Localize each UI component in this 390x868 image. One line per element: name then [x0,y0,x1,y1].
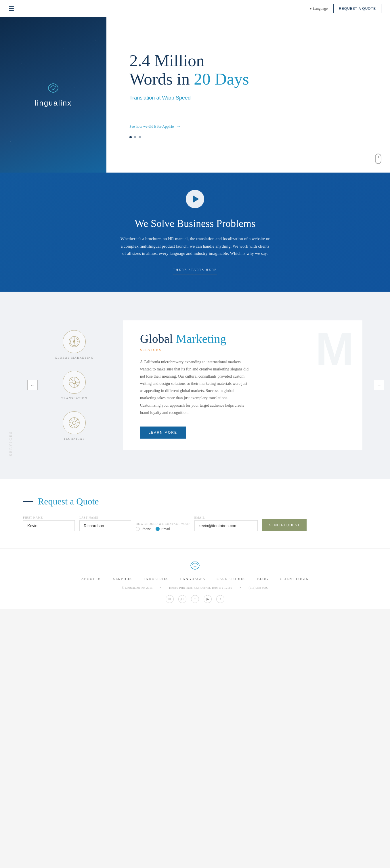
email-field: EMAIL [194,516,258,531]
footer-nav-client-login[interactable]: CLIENT LOGIN [280,577,309,581]
copyright-text: © LinguaLinx Inc. 2015 [122,586,152,589]
scroll-mouse-icon [375,154,381,164]
footer-phone: (518) 388-9000 [248,586,268,589]
carousel-dot-1[interactable] [129,136,132,138]
services-vertical-label: SERVICES [0,315,22,456]
footer-separator-1: • [160,586,161,589]
request-quote-button[interactable]: REQUEST A QUOTE [333,4,381,13]
svg-line-26 [76,419,78,421]
services-divider [111,315,111,456]
services-subtitle: SERVICES [140,348,249,351]
footer-nav-blog[interactable]: BLOG [257,577,268,581]
nav-right-arrow-icon[interactable]: → [374,380,384,390]
footer-nav-about-us[interactable]: ABOUT US [81,577,101,581]
site-header: ☰ ▾ Language REQUEST A QUOTE [0,0,390,17]
email-radio-icon [156,527,160,531]
twitter-icon[interactable]: t [191,595,199,603]
technical-label: TECHNICAL [64,437,85,440]
hero-cta-link[interactable]: See how we did it for Appirio → [129,124,367,129]
header-right: ▾ Language REQUEST A QUOTE [310,4,381,13]
footer-nav-services[interactable]: SERVICES [113,577,133,581]
site-footer: ABOUT US SERVICES INDUSTRIES LANGUAGES C… [0,549,390,609]
footer-logo-icon [189,560,201,570]
quote-dash [23,501,33,502]
hero-section: lingualinx 2.4 Million Words in 20 Days … [0,17,390,173]
googleplus-icon[interactable]: g+ [178,595,186,603]
hero-left-panel: lingualinx [0,17,107,173]
play-button[interactable] [186,190,204,208]
language-label: Language [313,6,328,11]
footer-copyright: © LinguaLinx Inc. 2015 • Hedley Park Pla… [0,586,390,589]
hero-right-panel: 2.4 Million Words in 20 Days Translation… [107,17,390,173]
compass-icon [68,335,81,348]
header-left: ☰ [9,5,14,12]
footer-navigation: ABOUT US SERVICES INDUSTRIES LANGUAGES C… [0,577,390,581]
footer-separator-2: • [240,586,241,589]
services-nav-left[interactable]: ← [22,315,43,456]
service-item-translation[interactable]: TRANSLATION [61,371,87,400]
language-arrow: ▾ [310,6,312,11]
email-input[interactable] [194,520,258,531]
svg-line-17 [70,383,73,386]
hero-carousel-dots [129,136,367,138]
footer-address: Hedley Park Place, 433 River St, Troy, N… [169,586,232,589]
send-request-button[interactable]: SEND REQUEST [262,519,307,531]
footer-nav-case-studies[interactable]: CASE STUDIES [216,577,246,581]
quote-title: Request a Quote [38,496,99,507]
scroll-wheel [378,156,379,158]
services-description: A California microbrewery expanding to i… [140,359,249,416]
translation-icon [68,376,81,389]
there-starts-button[interactable]: THERE STARTS HERE [173,268,217,274]
carousel-dot-3[interactable] [139,136,141,138]
services-bg-mark: M [316,326,351,372]
video-description: Whether it's a brochure, an HR manual, t… [120,235,270,257]
logo-text: lingualinx [35,99,71,107]
footer-nav-languages[interactable]: LANGUAGES [180,577,205,581]
services-title-part1: Global [140,332,176,345]
headline-highlight: 20 Days [194,70,249,88]
facebook-icon[interactable]: f [216,595,224,603]
last-name-input[interactable] [79,520,131,531]
services-nav-right[interactable]: → [368,315,390,456]
global-marketing-label: GLOBAL MARKETING [55,356,94,359]
contact-options: Phone Email [136,527,190,531]
svg-point-9 [73,381,76,384]
footer-nav-industries[interactable]: INDUSTRIES [144,577,169,581]
svg-point-19 [72,421,76,425]
hero-cta-text: See how we did it for Appirio [129,124,174,129]
services-icon-list: GLOBAL MARKETING TRANSLATION [43,315,105,456]
service-item-global-marketing[interactable]: GLOBAL MARKETING [55,330,94,359]
email-label: EMAIL [194,516,258,519]
email-radio[interactable]: Email [156,527,170,531]
hamburger-icon[interactable]: ☰ [9,5,14,12]
nav-left-arrow-icon[interactable]: ← [27,380,38,390]
video-section: We Solve Business Problems Whether it's … [0,173,390,291]
language-selector[interactable]: ▾ Language [310,6,328,11]
last-name-field: LAST NAME [79,516,131,531]
first-name-field: FIRST NAME [23,516,75,531]
learn-more-button[interactable]: LEARN MORE [140,427,186,439]
hero-subheadline: Translation at Warp Speed [129,95,367,101]
carousel-dot-2[interactable] [134,136,136,138]
phone-radio[interactable]: Phone [136,527,151,531]
svg-line-14 [70,378,73,381]
linkedin-icon[interactable]: in [166,595,174,603]
quote-form: FIRST NAME LAST NAME HOW SHOULD WE CONTA… [23,516,367,531]
svg-line-15 [76,383,78,386]
services-main-title: Global Marketing [140,332,249,346]
services-text-block: Global Marketing SERVICES A California m… [140,332,249,439]
services-content-panel: M Global Marketing SERVICES A California… [123,320,362,451]
footer-logo [0,560,390,570]
service-item-technical[interactable]: TECHNICAL [63,411,86,440]
logo-wrapper: lingualinx [35,82,71,107]
first-name-input[interactable] [23,520,75,531]
svg-line-16 [76,378,78,381]
hero-cta-arrow-icon: → [176,124,181,129]
email-radio-label: Email [161,527,170,531]
svg-line-24 [70,419,72,421]
hero-headline: 2.4 Million Words in 20 Days [129,52,367,88]
logo-bird-icon [35,82,71,96]
services-section: SERVICES ← GLOBAL MARKETING [0,291,390,479]
phone-label: Phone [142,527,151,531]
youtube-icon[interactable]: ▶ [204,595,212,603]
